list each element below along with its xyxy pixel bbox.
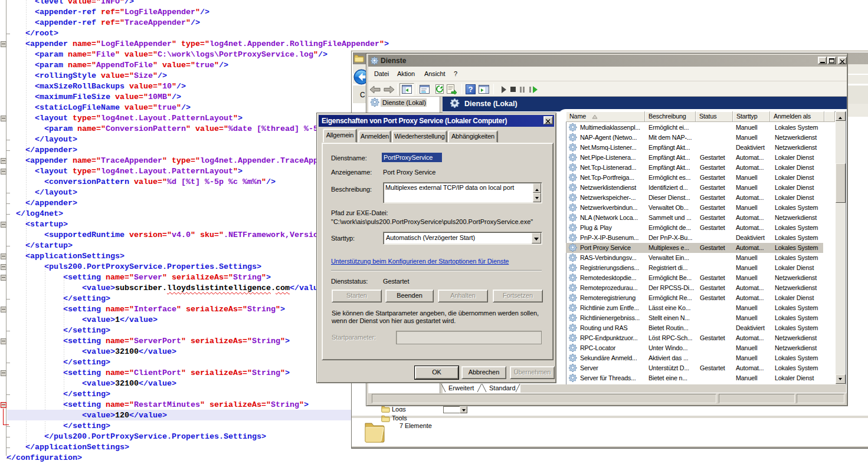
svg-text:Standard: Standard [489, 384, 516, 391]
svg-text:Erweitert: Erweitert [448, 384, 474, 391]
